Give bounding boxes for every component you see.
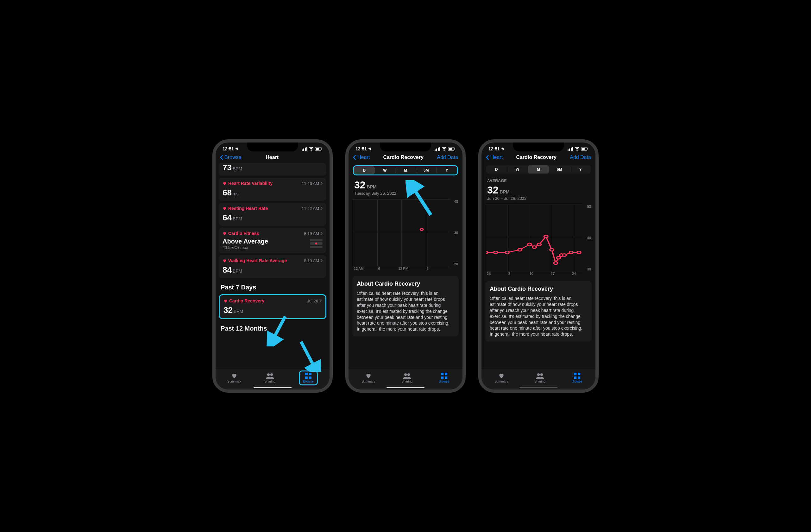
svg-rect-19 bbox=[455, 148, 455, 150]
svg-rect-6 bbox=[322, 148, 322, 150]
x-axis: 26 3 10 17 24 bbox=[486, 272, 583, 277]
add-data-button[interactable]: Add Data bbox=[437, 154, 458, 160]
about-text: Often called heart rate recovery, this i… bbox=[490, 295, 587, 337]
content-scroll[interactable]: D W M 6M Y 32BPM Tuesday, July 26, 2022 … bbox=[349, 163, 462, 372]
fitness-level-icon bbox=[310, 238, 323, 249]
segment-day[interactable]: D bbox=[354, 166, 374, 174]
svg-rect-33 bbox=[587, 148, 588, 150]
time-range-segment: D W M 6M Y bbox=[486, 165, 591, 173]
svg-point-7 bbox=[267, 373, 270, 376]
back-button[interactable]: Browse bbox=[220, 154, 241, 160]
svg-rect-13 bbox=[434, 150, 435, 151]
svg-point-20 bbox=[420, 228, 423, 230]
about-card: About Cardio Recovery Often called heart… bbox=[485, 281, 592, 342]
chevron-right-icon bbox=[320, 207, 323, 210]
home-indicator[interactable] bbox=[254, 387, 292, 388]
svg-rect-52 bbox=[578, 373, 580, 375]
battery-icon bbox=[315, 147, 323, 151]
svg-rect-53 bbox=[574, 377, 577, 379]
svg-point-46 bbox=[563, 254, 566, 256]
tab-sharing[interactable]: Sharing bbox=[401, 373, 412, 383]
grid-icon bbox=[305, 373, 311, 379]
tab-sharing[interactable]: Sharing bbox=[534, 373, 545, 383]
phone-cardio-recovery-month: 12:51 Heart Cardio Recovery Add Data D W… bbox=[478, 139, 599, 393]
svg-rect-12 bbox=[309, 377, 311, 379]
home-indicator[interactable] bbox=[386, 387, 425, 388]
segment-year[interactable]: Y bbox=[570, 165, 591, 173]
annotation-arrow-tab bbox=[298, 340, 323, 372]
segment-year[interactable]: Y bbox=[437, 166, 457, 174]
status-indicators bbox=[434, 147, 456, 151]
segment-week[interactable]: W bbox=[507, 165, 528, 173]
svg-point-22 bbox=[408, 373, 410, 376]
about-title: About Cardio Recovery bbox=[357, 280, 454, 287]
notch bbox=[513, 142, 564, 151]
heart-icon bbox=[223, 181, 227, 185]
tab-bar: Summary Sharing Browse bbox=[349, 369, 462, 390]
svg-rect-30 bbox=[572, 147, 573, 151]
hrv-card[interactable]: Heart Rate Variability 11:46 AM 68ms bbox=[219, 178, 326, 201]
grid-icon bbox=[441, 373, 447, 379]
svg-rect-3 bbox=[306, 147, 307, 151]
segment-6month[interactable]: 6M bbox=[416, 166, 437, 174]
back-button[interactable]: Heart bbox=[353, 154, 370, 160]
segment-day[interactable]: D bbox=[486, 165, 507, 173]
svg-rect-28 bbox=[569, 149, 570, 151]
svg-point-39 bbox=[533, 246, 536, 248]
signal-icon bbox=[434, 147, 440, 151]
walking-hr-card[interactable]: Walking Heart Rate Average 8:19 AM 84BPM bbox=[219, 255, 326, 278]
svg-point-43 bbox=[554, 262, 557, 264]
svg-rect-16 bbox=[439, 147, 440, 151]
back-button[interactable]: Heart bbox=[486, 154, 503, 160]
status-time: 12:51 bbox=[223, 146, 234, 151]
wifi-icon bbox=[575, 147, 580, 151]
segment-month[interactable]: M bbox=[528, 165, 549, 173]
heart-icon bbox=[224, 299, 228, 303]
tab-summary[interactable]: Summary bbox=[495, 373, 508, 383]
add-data-button[interactable]: Add Data bbox=[570, 154, 591, 160]
heart-icon bbox=[498, 373, 505, 379]
svg-point-41 bbox=[544, 235, 548, 238]
resting-hr-card[interactable]: Resting Heart Rate 11:42 AM 64BPM bbox=[219, 203, 326, 226]
wifi-icon bbox=[309, 147, 314, 151]
segment-month[interactable]: M bbox=[395, 166, 416, 174]
people-icon bbox=[266, 373, 274, 379]
segment-week[interactable]: W bbox=[374, 166, 395, 174]
tab-sharing[interactable]: Sharing bbox=[264, 373, 275, 383]
content-scroll[interactable]: 73BPM Heart Rate Variability 11:46 AM 68… bbox=[216, 163, 330, 372]
tab-bar: Summary Sharing Browse bbox=[481, 369, 595, 390]
about-text: Often called heart rate recovery, this i… bbox=[357, 290, 454, 332]
average-label: AVERAGE bbox=[484, 176, 594, 183]
status-indicators bbox=[568, 147, 588, 151]
signal-icon bbox=[302, 147, 307, 151]
tab-summary[interactable]: Summary bbox=[227, 373, 241, 383]
home-indicator[interactable] bbox=[519, 387, 557, 388]
svg-rect-26 bbox=[445, 377, 447, 379]
status-time: 12:51 bbox=[488, 146, 500, 151]
battery-icon bbox=[581, 147, 588, 151]
svg-rect-24 bbox=[445, 373, 447, 375]
cardio-fitness-card[interactable]: Cardio Fitness 8:19 AM Above Average 43.… bbox=[219, 228, 326, 253]
heart-rate-card-partial[interactable]: 73BPM bbox=[219, 163, 326, 176]
month-chart[interactable]: 504030 26 3 10 17 24 bbox=[486, 204, 591, 277]
svg-rect-54 bbox=[578, 377, 580, 379]
about-title: About Cardio Recovery bbox=[490, 286, 587, 292]
annotation-arrow-segment bbox=[406, 180, 434, 218]
page-title: Heart bbox=[265, 154, 278, 160]
chevron-right-icon bbox=[320, 181, 323, 185]
heart-icon bbox=[223, 207, 227, 211]
svg-rect-0 bbox=[302, 150, 303, 151]
tab-summary[interactable]: Summary bbox=[362, 373, 376, 383]
people-icon bbox=[536, 373, 544, 379]
tab-browse[interactable]: Browse bbox=[572, 373, 582, 383]
content-scroll[interactable]: D W M 6M Y AVERAGE 32BPM Jun 26 – Jul 26… bbox=[481, 163, 595, 372]
svg-rect-5 bbox=[316, 148, 319, 150]
svg-rect-14 bbox=[436, 149, 437, 151]
segment-6month[interactable]: 6M bbox=[549, 165, 570, 173]
heart-icon bbox=[223, 259, 227, 263]
svg-rect-23 bbox=[441, 373, 443, 375]
tab-browse[interactable]: Browse bbox=[299, 370, 318, 385]
tab-browse[interactable]: Browse bbox=[439, 373, 449, 383]
svg-rect-1 bbox=[303, 149, 304, 151]
battery-icon bbox=[448, 147, 456, 151]
